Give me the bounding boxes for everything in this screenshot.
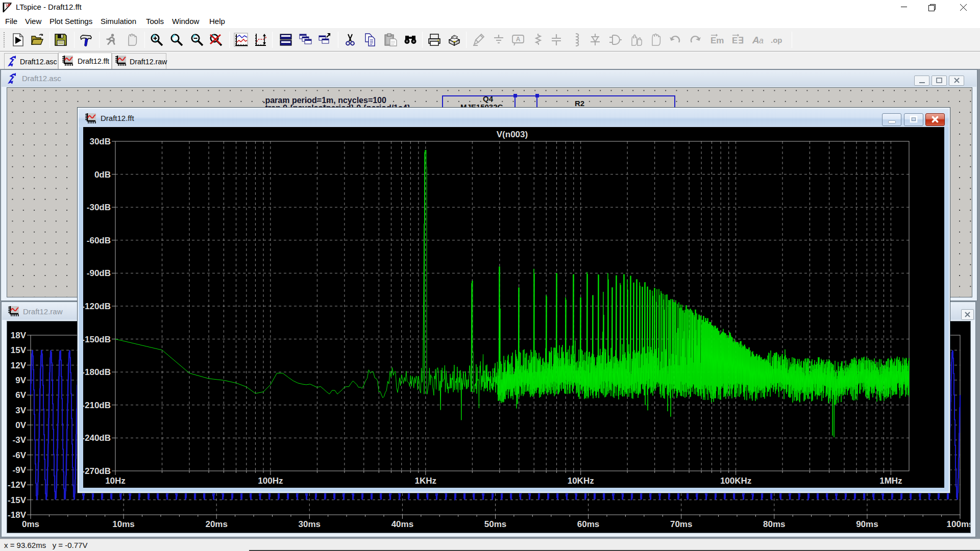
svg-text:-180dB: -180dB	[83, 367, 111, 377]
svg-text:1MHz: 1MHz	[879, 476, 902, 486]
svg-text:12V: 12V	[11, 361, 27, 370]
svg-text:10ms: 10ms	[112, 519, 134, 529]
svg-text:20ms: 20ms	[205, 519, 227, 529]
svg-text:9V: 9V	[15, 375, 26, 385]
svg-text:10KHz: 10KHz	[568, 476, 594, 486]
svg-text:30ms: 30ms	[299, 519, 321, 529]
svg-text:-60dB: -60dB	[87, 236, 111, 245]
svg-text:0ms: 0ms	[22, 519, 39, 529]
svg-text:a: a	[759, 36, 764, 45]
svg-text:-240dB: -240dB	[83, 433, 111, 443]
svg-text:3V: 3V	[15, 406, 26, 415]
svg-text:30dB: 30dB	[89, 137, 111, 146]
svg-text:-210dB: -210dB	[83, 400, 111, 410]
svg-text:1KHz: 1KHz	[415, 476, 437, 486]
svg-text:A: A	[516, 36, 521, 43]
svg-text:-3V: -3V	[13, 435, 27, 445]
svg-text:∃: ∃	[738, 36, 744, 45]
svg-text:-6V: -6V	[13, 450, 27, 460]
svg-text:A: A	[752, 35, 760, 45]
svg-text:90ms: 90ms	[856, 519, 878, 529]
svg-text:40ms: 40ms	[391, 519, 413, 529]
svg-text:80ms: 80ms	[763, 519, 785, 529]
svg-text:-270dB: -270dB	[83, 466, 111, 476]
svg-text:0V: 0V	[15, 420, 26, 430]
svg-text:-90dB: -90dB	[87, 268, 111, 278]
svg-text:18V: 18V	[11, 331, 27, 340]
svg-text:Em: Em	[710, 36, 724, 45]
svg-text:0dB: 0dB	[94, 170, 111, 180]
svg-text:60ms: 60ms	[577, 519, 599, 529]
svg-text:15V: 15V	[11, 345, 27, 355]
svg-text:V(n003): V(n003)	[497, 130, 528, 139]
svg-text:-150dB: -150dB	[83, 335, 111, 344]
svg-text:10Hz: 10Hz	[105, 476, 126, 486]
svg-text:100ms: 100ms	[947, 519, 971, 529]
svg-text:-9V: -9V	[13, 465, 27, 475]
svg-text:100KHz: 100KHz	[720, 476, 751, 486]
svg-text:70ms: 70ms	[670, 519, 692, 529]
svg-text:-30dB: -30dB	[87, 203, 111, 212]
svg-text:.op: .op	[771, 36, 782, 44]
svg-text:-15V: -15V	[8, 495, 27, 505]
svg-text:50ms: 50ms	[484, 519, 506, 529]
svg-text:6V: 6V	[15, 390, 26, 400]
svg-text:100Hz: 100Hz	[258, 476, 283, 486]
svg-text:-12V: -12V	[8, 480, 27, 490]
svg-text:-18V: -18V	[8, 510, 27, 520]
svg-text:-120dB: -120dB	[83, 302, 111, 311]
svg-text:E: E	[732, 36, 738, 45]
